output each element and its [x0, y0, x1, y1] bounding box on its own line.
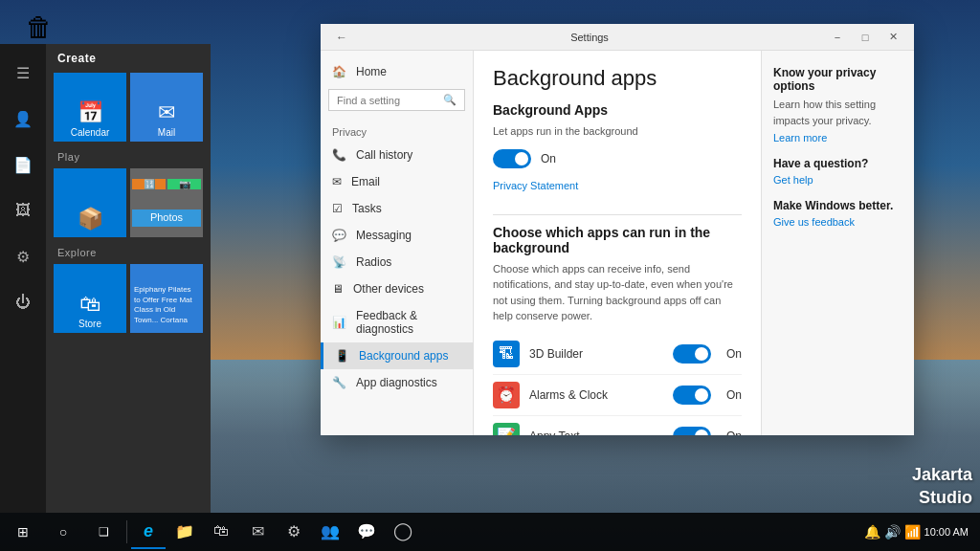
power-button[interactable]: ⏻	[0, 281, 46, 323]
right-panel: Know your privacy options Learn how this…	[761, 51, 914, 435]
sidebar-item-email[interactable]: ✉ Email	[321, 168, 473, 195]
news-text: Epiphany Pilates to Offer Free Mat Class…	[130, 281, 203, 329]
titlebar: ← Settings − □ ✕	[321, 24, 914, 51]
section1-title: Background Apps	[493, 102, 742, 118]
app-row-appytext: 📝 Appy Text On	[493, 416, 742, 436]
background-toggle[interactable]	[493, 149, 531, 168]
photos-subtile[interactable]: Photos	[132, 209, 201, 226]
question-title: Have a question?	[773, 157, 902, 170]
windows-better-title: Make Windows better.	[773, 199, 902, 212]
recycle-bin-image: 🗑	[26, 11, 53, 43]
task-view-icon: ❑	[99, 525, 109, 539]
store-label: Store	[78, 319, 101, 329]
sidebar-item-messaging[interactable]: 💬 Messaging	[321, 222, 473, 249]
task-view-button[interactable]: ❑	[84, 513, 122, 551]
sidebar-item-radios[interactable]: 📡 Radios	[321, 249, 473, 276]
home-icon: 🏠	[332, 65, 346, 78]
sidebar-item-background-apps[interactable]: 📱 Background apps	[321, 342, 473, 369]
cortana-icon-taskbar[interactable]: ◯	[386, 515, 420, 549]
settings-window: ← Settings − □ ✕ 🏠 Home 🔍 Privacy	[321, 24, 914, 435]
watermark-line1: Jakarta	[912, 464, 972, 486]
explorer-icon-taskbar[interactable]: 📁	[167, 515, 202, 549]
notification-icon[interactable]: 🔔	[864, 524, 880, 540]
minimize-button[interactable]: −	[824, 26, 851, 49]
email-label: Email	[351, 175, 380, 188]
learn-more-link[interactable]: Learn more	[773, 132, 902, 143]
3dbuilder-state: On	[726, 347, 742, 361]
sidebar-item-other-devices[interactable]: 🖥 Other devices	[321, 276, 473, 302]
messaging-label: Messaging	[356, 229, 412, 242]
sidebar-item-feedback[interactable]: 📊 Feedback & diagnostics	[321, 302, 473, 342]
other-devices-label: Other devices	[353, 282, 424, 296]
start-button[interactable]: ⊞	[4, 513, 42, 551]
background-apps-icon: 📱	[335, 349, 349, 363]
create-label: Create	[46, 44, 211, 69]
sidebar-item-app-diagnostics[interactable]: 🔧 App diagnostics	[321, 369, 473, 396]
news-tile[interactable]: Epiphany Pilates to Offer Free Mat Class…	[130, 264, 203, 333]
mail-tile[interactable]: ✉ Mail	[130, 73, 203, 142]
explore-tiles: 🛍 Store Epiphany Pilates to Offer Free M…	[46, 260, 211, 337]
settings-sidebar: 🏠 Home 🔍 Privacy 📞 Call history ✉ Email …	[321, 51, 474, 435]
calc-subtile[interactable]: 🔢	[132, 179, 166, 189]
search-circle-icon: ○	[59, 524, 67, 540]
store-tile[interactable]: 🛍 Store	[54, 264, 126, 333]
feedback-icon: 📊	[332, 316, 346, 329]
explore-label: Explore	[46, 241, 211, 260]
app-diagnostics-icon: 🔧	[332, 376, 346, 389]
sidebar-item-tasks[interactable]: ☑ Tasks	[321, 195, 473, 222]
toggle-on-label: On	[541, 152, 556, 165]
start-tiles: 📅 Calendar ✉ Mail	[46, 69, 211, 145]
volume-icon[interactable]: 🔊	[884, 524, 901, 540]
call-history-icon: 📞	[332, 148, 346, 162]
start-menu: ☰ 👤 📄 🖼 ⚙ ⏻ Create 📅 Calendar ✉ Mail Pla…	[0, 44, 211, 513]
search-button[interactable]: ○	[44, 513, 82, 551]
appytext-name: Appy Text	[529, 430, 663, 436]
appytext-state: On	[726, 430, 742, 436]
settings-button[interactable]: ⚙	[0, 235, 46, 277]
other-devices-icon: 🖥	[332, 282, 344, 296]
section2-title: Choose which apps can run in the backgro…	[493, 225, 742, 255]
documents-button[interactable]: 📄	[0, 143, 46, 186]
cam-subtile[interactable]: 📷	[167, 179, 201, 189]
start-sidebar: ☰ 👤 📄 🖼 ⚙ ⏻	[0, 44, 46, 513]
privacy-statement-link[interactable]: Privacy Statement	[493, 180, 578, 191]
get-help-link[interactable]: Get help	[773, 174, 902, 186]
search-box[interactable]: 🔍	[328, 89, 465, 111]
know-privacy-title: Know your privacy options	[773, 66, 902, 93]
app-row-alarms: ⏰ Alarms & Clock On	[493, 375, 742, 416]
appytext-icon: 📝	[493, 423, 520, 436]
know-privacy-desc: Learn how this setting impacts your priv…	[773, 97, 902, 128]
home-label: Home	[356, 65, 387, 78]
time-display[interactable]: 10:00 AM	[924, 526, 969, 538]
privacy-section-label: Privacy	[321, 119, 473, 142]
3dbuilder-toggle[interactable]	[673, 344, 711, 364]
section2-desc: Choose which apps can receive info, send…	[493, 261, 742, 324]
settings-main: Background apps Background Apps Let apps…	[474, 51, 761, 435]
appytext-toggle[interactable]	[673, 427, 711, 436]
hamburger-button[interactable]: ☰	[0, 52, 46, 94]
radios-label: Radios	[356, 255, 391, 269]
tasks-label: Tasks	[352, 202, 382, 215]
calendar-tile[interactable]: 📅 Calendar	[54, 73, 126, 142]
people-icon-taskbar[interactable]: 👥	[313, 515, 347, 549]
store-icon-taskbar[interactable]: 🛍	[204, 515, 238, 549]
watermark: Jakarta Studio	[912, 464, 972, 509]
search-input[interactable]	[337, 95, 443, 106]
sidebar-item-call-history[interactable]: 📞 Call history	[321, 142, 473, 168]
feedback-link[interactable]: Give us feedback	[773, 216, 902, 228]
alarms-toggle[interactable]	[673, 386, 711, 405]
account-button[interactable]: 👤	[0, 98, 46, 140]
sidebar-item-home[interactable]: 🏠 Home	[321, 58, 473, 85]
network-icon[interactable]: 📶	[904, 524, 921, 540]
settings-icon-taskbar[interactable]: ⚙	[277, 515, 311, 549]
close-button[interactable]: ✕	[880, 26, 906, 49]
pictures-button[interactable]: 🖼	[0, 189, 46, 231]
edge-icon-taskbar[interactable]: e	[131, 515, 166, 549]
3d-tile[interactable]: 📦	[54, 168, 126, 237]
mail-icon-taskbar[interactable]: ✉	[240, 515, 275, 549]
maximize-button[interactable]: □	[852, 26, 879, 49]
back-button[interactable]: ←	[328, 24, 355, 51]
feedback-icon-taskbar[interactable]: 💬	[349, 515, 384, 549]
alarms-icon: ⏰	[493, 382, 520, 408]
alarms-state: On	[726, 388, 742, 402]
